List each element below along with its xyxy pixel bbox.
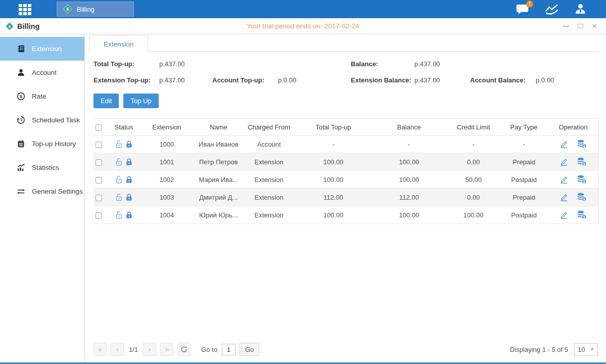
goto-label: Go to	[201, 346, 217, 353]
lock-open-icon	[115, 193, 123, 202]
column-header-credit-limit: Credit Limit	[447, 119, 500, 135]
go-button[interactable]: Go	[240, 343, 259, 356]
close-icon[interactable]: ✕	[591, 23, 598, 30]
tab-strip: Extension	[89, 34, 599, 52]
svg-text:$: $	[67, 7, 69, 12]
credit-limit-cell: 50.00	[447, 171, 500, 189]
sidebar-item-topup-history[interactable]: Top-up History	[0, 132, 84, 156]
total-topup-cell: 100.00	[296, 153, 371, 171]
charged-from-cell: Extension	[243, 171, 296, 189]
lock-closed-icon	[125, 210, 133, 219]
edit-row-icon[interactable]	[560, 157, 569, 166]
column-header-balance: Balance	[371, 119, 447, 135]
total-topup-cell: -	[296, 135, 371, 153]
prev-page-button[interactable]: ‹	[111, 343, 124, 356]
top-up-row-icon[interactable]: $	[577, 175, 587, 184]
table-row[interactable]: 1001 Петр Петров Extension 100.00 100.00…	[94, 153, 598, 171]
app-launcher-icon[interactable]	[19, 4, 35, 15]
taskbar-tab-billing[interactable]: $ Billing	[57, 2, 134, 17]
pay-type-cell: Postpaid	[500, 171, 548, 189]
sidebar-item-scheduled-task[interactable]: Scheduled Task	[0, 108, 84, 132]
first-page-button[interactable]: «	[94, 343, 107, 356]
edit-button[interactable]: Edit	[94, 94, 119, 108]
column-header-extension: Extension	[139, 119, 195, 135]
reports-chart-icon[interactable]	[545, 4, 559, 15]
sidebar-item-label: General Settings	[32, 188, 83, 195]
total-topup-value: p.437.00	[159, 60, 212, 68]
extension-icon	[17, 44, 25, 53]
lock-closed-icon	[125, 175, 133, 184]
general-settings-icon	[17, 187, 25, 196]
pay-type-cell: Prepaid	[500, 153, 548, 171]
next-page-button[interactable]: ›	[143, 343, 156, 356]
column-header-pay-type: Pay Type	[500, 119, 548, 135]
top-up-row-icon[interactable]: $	[577, 210, 587, 219]
balance-value: p.437.00	[414, 60, 470, 68]
balance-cell: 100.00	[371, 206, 447, 224]
top-up-row-icon[interactable]: $	[577, 157, 587, 166]
messages-icon[interactable]: !	[516, 4, 530, 15]
lock-closed-icon	[125, 157, 133, 166]
sidebar-item-label: Scheduled Task	[32, 116, 80, 124]
extensions-table: Status Extension Name Charged From Total…	[94, 118, 599, 224]
sidebar-item-label: Account	[32, 69, 57, 76]
pay-type-cell: Prepaid	[500, 189, 548, 206]
status-cell	[109, 189, 139, 206]
minimize-icon[interactable]	[563, 23, 570, 30]
row-checkbox[interactable]	[96, 142, 102, 148]
total-topup-label: Total Top-up:	[94, 60, 159, 68]
column-header-operation: Operation	[548, 119, 598, 135]
maximize-icon[interactable]	[577, 23, 584, 30]
svg-text:$: $	[583, 145, 585, 149]
sidebar-item-label: Rate	[32, 93, 46, 100]
top-up-row-icon[interactable]: $	[577, 140, 587, 149]
table-row[interactable]: 1003 Дмитрий Д... Extension 112.00 112.0…	[94, 189, 598, 206]
account-balance-value: p.0.00	[536, 76, 599, 84]
charged-from-cell: Extension	[243, 189, 296, 206]
edit-row-icon[interactable]	[560, 210, 569, 219]
row-checkbox[interactable]	[96, 177, 102, 184]
top-up-row-icon[interactable]: $	[577, 193, 587, 202]
taskbar-tab-label: Billing	[77, 6, 95, 13]
billing-diamond-icon: $	[5, 22, 14, 31]
svg-text:$: $	[20, 94, 23, 99]
last-page-button[interactable]: »	[160, 343, 173, 356]
balance-cell: -	[371, 135, 447, 153]
sidebar-item-extension[interactable]: Extension	[0, 37, 84, 61]
tab-extension[interactable]: Extension	[89, 35, 148, 53]
user-account-icon[interactable]	[574, 3, 587, 15]
topup-history-icon	[17, 140, 25, 148]
top-bar: $ Billing !	[0, 0, 606, 18]
row-checkbox[interactable]	[96, 159, 102, 166]
goto-page-input[interactable]	[222, 344, 236, 355]
balance-summary: Total Top-up: p.437.00 Balance: p.437.00…	[94, 60, 599, 84]
edit-row-icon[interactable]	[560, 140, 569, 149]
total-topup-cell: 100.00	[296, 206, 371, 224]
column-header-name: Name	[195, 119, 243, 135]
status-cell	[109, 171, 139, 189]
extension-balance-value: p.437.00	[414, 76, 470, 84]
edit-row-icon[interactable]	[560, 175, 569, 184]
name-cell: Петр Петров	[195, 153, 243, 171]
name-cell: Иван Иванов	[195, 135, 243, 153]
extension-topup-value: p.437.00	[159, 76, 212, 84]
table-row[interactable]: 1004 Юрий Юрь... Extension 100.00 100.00…	[94, 206, 598, 224]
row-checkbox[interactable]	[96, 212, 102, 219]
sidebar-item-rate[interactable]: $ Rate	[0, 84, 84, 108]
page-size-value: 10	[578, 346, 585, 353]
select-all-checkbox[interactable]	[96, 124, 102, 131]
edit-row-icon[interactable]	[560, 193, 569, 202]
top-up-button[interactable]: Top Up	[123, 94, 158, 108]
sidebar-item-general-settings[interactable]: General Settings	[0, 179, 84, 203]
svg-text:$: $	[583, 215, 585, 219]
table-row[interactable]: 1002 Мария Ива... Extension 100.00 100.0…	[94, 171, 598, 189]
table-row[interactable]: 1000 Иван Иванов Account - - - -	[94, 135, 598, 153]
statistics-icon	[17, 163, 25, 172]
extension-cell: 1002	[139, 171, 195, 189]
sidebar-item-account[interactable]: Account	[0, 61, 84, 84]
window-title-bar: Your trial period ends on: 2017-02-24 $ …	[0, 18, 606, 34]
row-checkbox[interactable]	[96, 195, 102, 201]
refresh-button[interactable]	[177, 343, 191, 356]
sidebar-item-statistics[interactable]: Statistics	[0, 156, 84, 179]
page-size-select[interactable]: 10 ▼	[574, 343, 598, 356]
